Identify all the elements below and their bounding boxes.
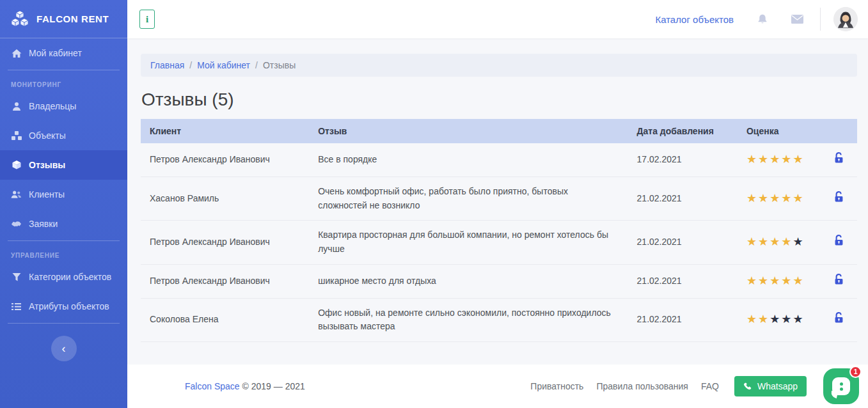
envelope-icon[interactable] [791,15,803,24]
rating-cell: ★★★★★ [738,264,821,298]
sidebar-item-reviews[interactable]: Отзывы [0,150,127,180]
column-header-review: Отзыв [309,119,627,143]
sidebar-item-label: Мой кабинет [29,48,82,58]
home-icon [11,49,22,58]
top-bar: i Каталог объектов [127,0,868,38]
star-rating: ★★★★★ [746,235,805,248]
sidebar-item-label: Отзывы [29,160,65,170]
bell-icon[interactable] [757,13,768,25]
review-cell: Квартира просторная для большой компании… [309,221,627,264]
review-cell: Офис новый, на ремонте сильно сэкономили… [309,298,627,341]
users-icon [11,190,22,199]
sidebar-divider [8,70,120,70]
table-row: Хасанов Рамиль Очень комфортный офис, ра… [141,177,857,220]
phone-icon [743,382,752,391]
sidebar-item-my-cabinet[interactable]: Мой кабинет [0,38,127,68]
sidebar-section-monitoring: МОНИТОРИНГ [0,72,127,91]
star-filled-icon: ★ [769,192,781,205]
sidebar-item-label: Владельцы [29,101,76,111]
star-empty-icon: ★ [793,235,805,248]
info-button[interactable]: i [139,10,155,29]
chat-widget-button[interactable]: 1 [823,368,859,404]
footer: Falcon Space © 2019 — 2021 Приватность П… [127,365,868,408]
sidebar-item-label: Заявки [29,219,58,229]
table-row: Петров Александр Иванович Квартира прост… [141,221,857,264]
header-divider [820,8,821,31]
sidebar-item-label: Клиенты [29,189,65,200]
unlock-icon[interactable] [834,274,844,285]
star-filled-icon: ★ [793,153,805,166]
brand[interactable]: FALCON RENT [0,0,127,38]
chat-bubble-icon: 1 [823,368,859,404]
review-cell: Все в порядке [309,143,627,177]
date-cell: 21.02.2021 [628,298,738,341]
sidebar-item-label: Объекты [29,130,66,141]
avatar[interactable] [833,7,858,31]
brand-name: FALCON RENT [36,13,109,24]
sidebar-item-clients[interactable]: Клиенты [0,180,127,209]
star-filled-icon: ★ [769,153,781,166]
star-empty-icon: ★ [781,313,793,326]
copyright-years: © 2019 — 2021 [242,381,305,391]
rating-cell: ★★★★★ [738,177,821,220]
cubes-icon [11,131,22,141]
date-cell: 21.02.2021 [628,177,738,220]
star-filled-icon: ★ [793,192,805,205]
star-filled-icon: ★ [746,274,758,287]
rating-cell: ★★★★★ [738,298,821,341]
star-empty-icon: ★ [793,313,805,326]
unlock-icon[interactable] [834,235,844,246]
star-filled-icon: ★ [793,274,805,287]
unlock-icon[interactable] [834,191,844,202]
sidebar-item-label: Категории объектов [29,272,111,282]
table-header-row: Клиент Отзыв Дата добавления Оценка [141,119,857,143]
breadcrumb: Главная / Мой кабинет / Отзывы [141,54,857,77]
star-filled-icon: ★ [769,235,781,248]
column-header-client: Клиент [141,119,309,143]
whatsapp-button[interactable]: Whatsapp [734,376,807,396]
sidebar-divider [8,323,120,324]
breadcrumb-separator: / [255,60,258,70]
star-rating: ★★★★★ [746,274,805,287]
date-cell: 21.02.2021 [628,264,738,298]
sidebar-item-object-categories[interactable]: Категории объектов [0,262,127,292]
client-cell: Соколова Елена [141,298,309,341]
sidebar-item-label: Атрибуты объектов [29,301,109,311]
star-filled-icon: ★ [746,153,758,166]
sidebar-collapse-button[interactable]: ‹ [51,336,77,361]
date-cell: 17.02.2021 [628,143,738,177]
star-filled-icon: ★ [758,313,769,326]
star-filled-icon: ★ [781,274,793,287]
sidebar-section-management: УПРАВЛЕНИЕ [0,243,127,262]
client-cell: Петров Александр Иванович [141,143,309,177]
review-cell: шикарное место для отдыха [309,264,627,298]
cubes-logo-icon [10,10,29,28]
unlock-icon[interactable] [834,152,844,163]
star-filled-icon: ★ [769,274,781,287]
filter-icon [11,272,22,281]
table-row: Петров Александр Иванович Все в порядке … [141,143,857,177]
breadcrumb-separator: / [189,60,192,70]
table-row: Петров Александр Иванович шикарное место… [141,264,857,298]
terms-link[interactable]: Правила пользования [596,381,688,391]
client-cell: Петров Александр Иванович [141,221,309,264]
client-cell: Хасанов Рамиль [141,177,309,220]
review-cell: Очень комфортный офис, работать было при… [309,177,627,220]
sidebar-item-object-attributes[interactable]: Атрибуты объектов [0,292,127,321]
faq-link[interactable]: FAQ [701,381,719,391]
cube-icon [11,160,22,170]
unlock-icon[interactable] [834,312,844,323]
breadcrumb-home-link[interactable]: Главная [150,60,184,70]
client-cell: Петров Александр Иванович [141,264,309,298]
breadcrumb-cabinet-link[interactable]: Мой кабинет [197,60,250,70]
privacy-link[interactable]: Приватность [530,381,583,391]
sidebar-item-requests[interactable]: Заявки [0,209,127,239]
sidebar-item-objects[interactable]: Объекты [0,121,127,150]
table-row: Соколова Елена Офис новый, на ремонте си… [141,298,857,341]
catalog-link[interactable]: Каталог объектов [655,14,734,25]
falcon-space-link[interactable]: Falcon Space [185,381,240,391]
star-filled-icon: ★ [746,235,758,248]
sidebar-item-owners[interactable]: Владельцы [0,91,127,121]
copyright: Falcon Space © 2019 — 2021 [185,381,305,391]
rating-cell: ★★★★★ [738,143,821,177]
